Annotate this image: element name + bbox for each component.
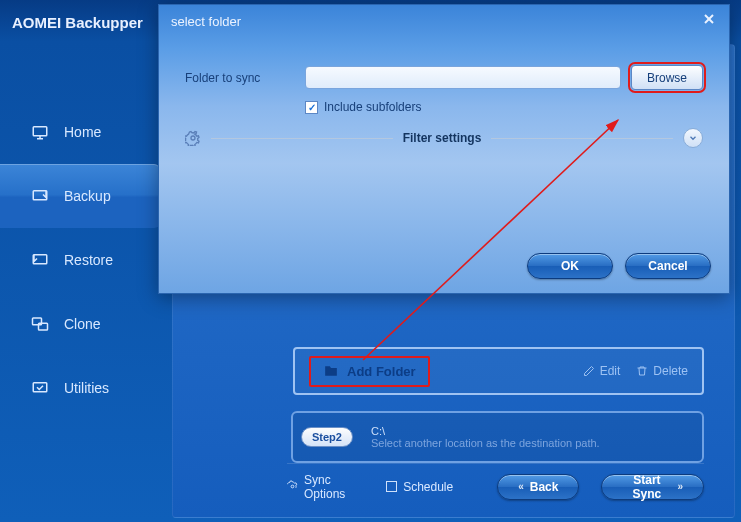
sync-options-label: Sync Options <box>304 473 364 501</box>
include-subfolders-checkbox[interactable]: ✓ Include subfolders <box>305 100 703 114</box>
folder-path-input[interactable] <box>305 66 621 89</box>
chevron-right-icon: » <box>677 481 683 492</box>
nav-clone-label: Clone <box>64 316 101 332</box>
dialog-title: select folder <box>171 14 241 29</box>
utilities-icon <box>30 379 50 397</box>
clone-icon <box>30 315 50 333</box>
select-folder-dialog: select folder Folder to sync Browse ✓ In… <box>158 4 730 294</box>
nav-backup-label: Backup <box>64 188 111 204</box>
close-icon <box>701 11 717 27</box>
cancel-button[interactable]: Cancel <box>625 253 711 279</box>
destination-hint: Select another location as the destinati… <box>371 437 600 449</box>
folder-to-sync-label: Folder to sync <box>185 71 295 85</box>
nav-utilities-label: Utilities <box>64 380 109 396</box>
start-sync-label: Start Sync <box>622 473 671 501</box>
destination-path: C:\ <box>371 425 600 437</box>
start-sync-button[interactable]: Start Sync » <box>601 474 704 500</box>
step2-badge: Step2 <box>301 427 353 447</box>
nav-clone[interactable]: Clone <box>0 292 160 356</box>
svg-rect-15 <box>33 383 47 392</box>
edit-link[interactable]: Edit <box>583 364 621 378</box>
expand-button[interactable] <box>683 128 703 148</box>
trash-icon <box>636 365 648 377</box>
checkbox-icon: ✓ <box>305 101 318 114</box>
add-folder-bar: Add Folder Edit Delete <box>293 347 704 395</box>
settings-icon[interactable] <box>185 130 201 146</box>
add-folder-label: Add Folder <box>347 364 416 379</box>
sidebar: Home Backup Restore Clone Utilities <box>0 100 160 420</box>
ok-button[interactable]: OK <box>527 253 613 279</box>
app-window: AOMEI Backupper Purchase Menu Home Backu… <box>0 0 741 522</box>
bottom-bar: Sync Options Schedule « Back Start Sync … <box>287 463 704 501</box>
chevron-left-icon: « <box>518 481 524 492</box>
add-folder-button[interactable]: Add Folder <box>309 356 430 387</box>
folder-plus-icon <box>323 364 339 378</box>
nav-home-label: Home <box>64 124 101 140</box>
svg-point-19 <box>191 136 195 140</box>
back-label: Back <box>530 480 559 494</box>
app-title: AOMEI Backupper <box>12 14 143 31</box>
gear-icon <box>287 480 298 493</box>
nav-restore-label: Restore <box>64 252 113 268</box>
delete-link[interactable]: Delete <box>636 364 688 378</box>
step2-row[interactable]: Step2 C:\ Select another location as the… <box>291 411 704 463</box>
browse-button[interactable]: Browse <box>631 65 703 90</box>
nav-backup[interactable]: Backup <box>0 164 160 228</box>
restore-icon <box>30 251 50 269</box>
dialog-titlebar[interactable]: select folder <box>159 5 729 37</box>
home-icon <box>30 123 50 141</box>
delete-label: Delete <box>653 364 688 378</box>
nav-home[interactable]: Home <box>0 100 160 164</box>
checkbox-icon <box>386 481 397 492</box>
sync-options-link[interactable]: Sync Options <box>287 473 364 501</box>
nav-restore[interactable]: Restore <box>0 228 160 292</box>
svg-point-16 <box>291 485 294 488</box>
edit-icon <box>583 365 595 377</box>
include-subfolders-label: Include subfolders <box>324 100 421 114</box>
filter-settings-label: Filter settings <box>403 131 482 145</box>
svg-rect-8 <box>33 127 47 136</box>
back-button[interactable]: « Back <box>497 474 579 500</box>
backup-icon <box>30 187 50 205</box>
schedule-label: Schedule <box>403 480 453 494</box>
nav-utilities[interactable]: Utilities <box>0 356 160 420</box>
schedule-link[interactable]: Schedule <box>386 480 453 494</box>
edit-label: Edit <box>600 364 621 378</box>
chevron-down-icon <box>688 133 698 143</box>
dialog-close-button[interactable] <box>701 11 717 32</box>
